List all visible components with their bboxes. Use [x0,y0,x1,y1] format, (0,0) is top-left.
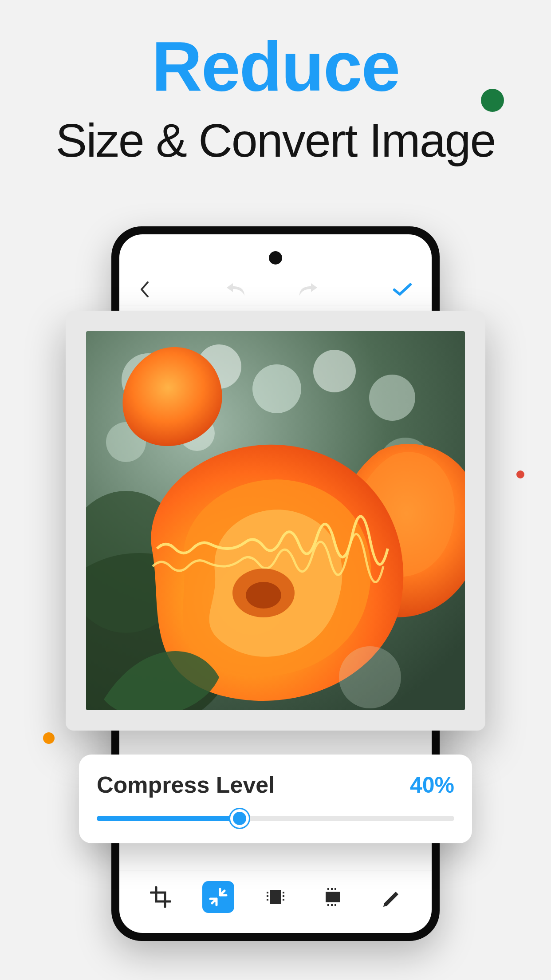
svg-point-14 [246,582,281,609]
undo-icon[interactable] [225,281,245,297]
svg-point-6 [313,350,356,392]
app-bar [119,273,432,305]
camera-hole [269,251,282,265]
slider-thumb[interactable] [230,809,249,828]
tool-compress[interactable] [202,881,234,913]
svg-point-15 [339,646,401,708]
confirm-icon[interactable] [393,282,412,297]
tool-edit[interactable] [374,881,406,913]
compress-level-slider[interactable] [97,816,454,821]
redo-icon[interactable] [299,281,319,297]
decoration-dot-orange [43,732,55,744]
tool-resize-vertical[interactable] [317,881,349,913]
svg-rect-1 [326,892,340,902]
compress-level-label: Compress Level [97,771,275,798]
bottom-toolbar [119,870,432,914]
svg-point-7 [369,375,415,421]
image-preview [86,331,465,710]
headline: Reduce Size & Convert Image [0,0,551,167]
headline-sub: Size & Convert Image [0,114,551,167]
slider-fill [97,816,240,821]
svg-rect-0 [270,890,281,904]
decoration-dot-green [481,89,504,112]
headline-top: Reduce [0,31,551,101]
decoration-dot-red [516,470,524,478]
tool-resize-horizontal[interactable] [260,881,291,913]
compress-level-value: 40% [410,772,454,798]
compress-level-card: Compress Level 40% [79,755,472,843]
back-icon[interactable] [139,281,151,298]
svg-point-5 [252,364,301,413]
image-preview-card [66,311,485,731]
tool-crop[interactable] [145,881,177,913]
